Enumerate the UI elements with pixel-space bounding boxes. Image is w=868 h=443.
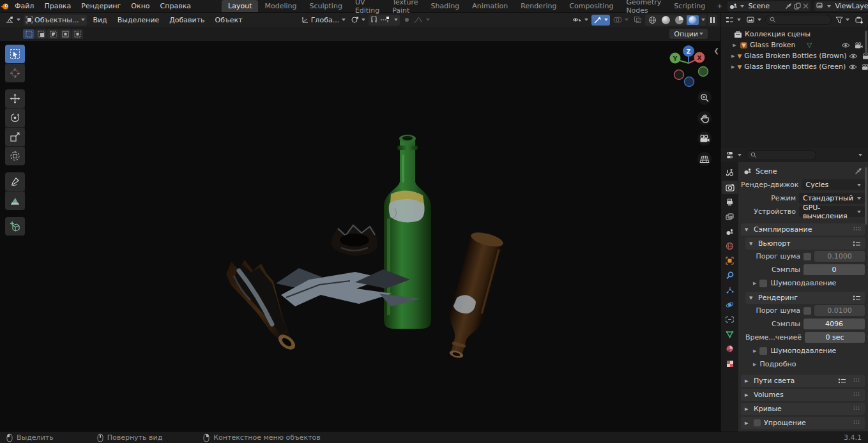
tab-animation[interactable]: Animation — [466, 0, 514, 12]
menu-edit[interactable]: Правка — [39, 0, 76, 12]
shading-solid-button[interactable] — [660, 15, 672, 25]
outliner-filter-mode[interactable] — [745, 15, 763, 26]
disable-render-camera-icon[interactable] — [862, 64, 868, 70]
denoise-checkbox[interactable] — [759, 280, 767, 287]
tab-geometry-nodes[interactable]: Geometry Nodes — [620, 0, 667, 12]
time-limit-field[interactable]: 0 sec — [805, 332, 865, 343]
menu-add[interactable]: Добавить — [165, 16, 209, 24]
expand-arrow-icon[interactable]: ▶ — [731, 54, 735, 59]
xray-toggle[interactable] — [632, 15, 644, 26]
select-mode-extend[interactable] — [35, 29, 47, 39]
tab-compositing[interactable]: Compositing — [563, 0, 620, 12]
panel-light-paths[interactable]: ▶ Пути света — [741, 375, 865, 387]
preset-icon[interactable] — [853, 241, 861, 247]
outliner-display-mode[interactable] — [724, 15, 743, 26]
tab-tool[interactable] — [722, 166, 738, 179]
tool-rotate[interactable] — [5, 109, 25, 127]
viewport-denoise-row[interactable]: ▶ Шумоподавление — [745, 276, 865, 290]
pan-button[interactable] — [697, 111, 712, 125]
show-overlays-toggle[interactable] — [611, 15, 630, 26]
tab-scene[interactable] — [722, 225, 738, 238]
expand-arrow-icon[interactable]: ▶ — [731, 64, 735, 70]
tab-material[interactable] — [722, 342, 738, 356]
shading-rendered-button[interactable] — [687, 15, 699, 25]
render-noise-threshold-field[interactable]: 0.0100 — [814, 305, 865, 316]
sidebar-collapse-arrow[interactable]: ❮ — [714, 47, 719, 54]
tab-uv-editing[interactable]: UV Editing — [349, 0, 386, 12]
tool-select-box[interactable] — [5, 45, 25, 63]
render-denoise-row[interactable]: ▶ Шумоподавление — [745, 344, 865, 357]
menu-object[interactable]: Объект — [211, 16, 247, 24]
panel-drag-dots[interactable] — [853, 420, 861, 426]
tab-render[interactable] — [722, 181, 738, 194]
menu-window[interactable]: Окно — [126, 0, 155, 12]
tab-particles[interactable] — [722, 283, 738, 297]
viewport-3d[interactable]: Z Y X Опции — [0, 27, 720, 432]
panel-curves[interactable]: ▶ Кривые — [741, 403, 865, 415]
options-dropdown[interactable]: Опции — [669, 29, 708, 39]
tab-world[interactable] — [722, 239, 738, 253]
tab-modifiers[interactable] — [722, 269, 738, 282]
tab-shading[interactable]: Shading — [424, 0, 466, 12]
tool-scale[interactable] — [5, 128, 25, 146]
transform-orientation-selector[interactable]: Глоба... — [300, 15, 347, 26]
blender-logo-icon[interactable] — [0, 0, 10, 12]
denoise-checkbox[interactable] — [759, 347, 767, 355]
advanced-row[interactable]: ▶ Подробно — [745, 357, 865, 371]
select-mode-subtract[interactable] — [47, 29, 59, 39]
navigation-gizmo[interactable]: Z Y X — [670, 45, 708, 87]
tool-cursor[interactable] — [5, 64, 25, 82]
mode-selector[interactable]: Объектны... — [24, 15, 87, 26]
tab-view-layer[interactable] — [722, 210, 738, 223]
tab-scripting[interactable]: Scripting — [667, 0, 712, 12]
tab-texture[interactable] — [722, 357, 738, 370]
panel-drag-dots[interactable] — [853, 378, 861, 384]
object-visibility-selector[interactable] — [570, 15, 590, 26]
panel-viewport-sampling[interactable]: ▼ Вьюпорт — [745, 237, 865, 250]
outliner-filter-button[interactable] — [834, 15, 851, 26]
pin-icon[interactable] — [785, 3, 792, 10]
tab-modeling[interactable]: Modeling — [258, 0, 303, 12]
menu-select[interactable]: Выделение — [113, 16, 164, 24]
menu-file[interactable]: Файл — [10, 0, 39, 12]
properties-search-input[interactable] — [746, 150, 816, 160]
menu-render[interactable]: Рендеринг — [76, 0, 126, 12]
camera-view-button[interactable] — [697, 131, 712, 146]
menu-view[interactable]: Вид — [88, 16, 111, 24]
outliner-item-glass-broken[interactable]: ▶ ▼ Glass Broken ▽ — [721, 40, 868, 50]
noise-threshold-checkbox[interactable] — [803, 307, 811, 315]
menu-help[interactable]: Справка — [155, 0, 196, 12]
render-samples-field[interactable]: 4096 — [803, 319, 865, 329]
tab-layout[interactable]: Layout — [222, 0, 258, 12]
tab-sculpting[interactable]: Sculpting — [303, 0, 349, 12]
noise-threshold-checkbox[interactable] — [803, 253, 811, 260]
tool-measure[interactable] — [5, 191, 25, 210]
tab-texture-paint[interactable]: Texture Paint — [386, 0, 424, 12]
tab-physics[interactable] — [722, 298, 738, 312]
zoom-button[interactable] — [697, 91, 712, 105]
tab-object[interactable] — [722, 254, 738, 267]
perspective-toggle-button[interactable] — [697, 152, 712, 166]
preset-icon[interactable] — [853, 295, 861, 301]
pivot-point-selector[interactable] — [349, 15, 367, 26]
hide-eye-icon[interactable] — [841, 42, 850, 49]
panel-drag-dots[interactable] — [853, 392, 861, 398]
tool-add-cube[interactable] — [5, 217, 25, 236]
show-gizmo-toggle[interactable] — [591, 15, 610, 26]
tool-move[interactable] — [5, 89, 25, 108]
panel-drag-dots[interactable] — [853, 227, 861, 232]
panel-volumes[interactable]: ▶ Volumes — [741, 389, 865, 401]
tool-transform[interactable] — [5, 147, 25, 165]
add-workspace-button[interactable]: + — [712, 0, 727, 12]
outliner-search-input[interactable] — [765, 15, 832, 25]
panel-simplify[interactable]: ▶ Упрощение — [741, 417, 865, 429]
outliner-collection-row[interactable]: Коллекция сцены — [721, 29, 868, 40]
viewport-samples-field[interactable]: 0 — [803, 264, 865, 275]
select-mode-new[interactable] — [23, 29, 34, 39]
preset-icon[interactable] — [838, 378, 846, 384]
select-mode-invert[interactable] — [59, 29, 71, 39]
outliner-item-bottles-green[interactable]: ▶ ▼ Glass Broken Bottles (Green) — [721, 61, 868, 72]
outliner-item-bottles-brown[interactable]: ▶ ▼ Glass Broken Bottles (Brown) — [721, 50, 868, 61]
shading-material-button[interactable] — [673, 15, 685, 25]
duplicate-icon[interactable] — [794, 3, 801, 10]
